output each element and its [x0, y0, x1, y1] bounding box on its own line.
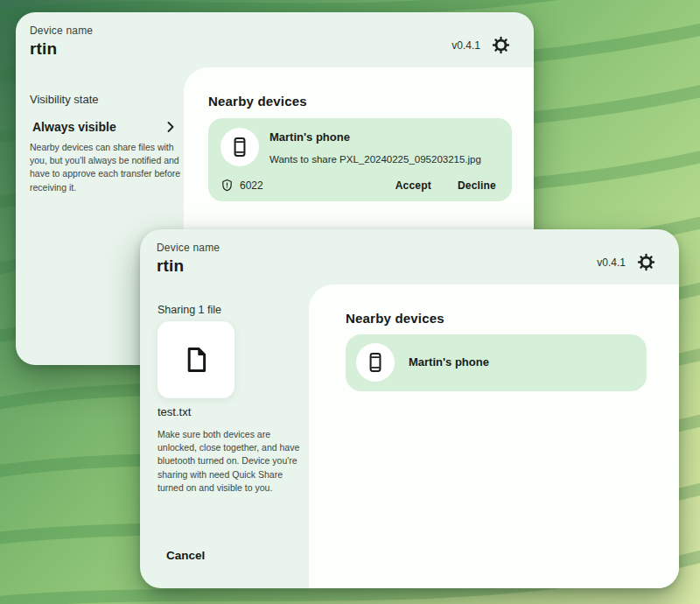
accept-button[interactable]: Accept — [396, 179, 431, 192]
pin-row: 6022 — [220, 179, 263, 192]
device-avatar — [356, 343, 395, 382]
decline-button[interactable]: Decline — [458, 179, 496, 192]
window2-nearby-panel: Nearby devices Martin's phone — [309, 284, 679, 588]
nearby-devices-title: Nearby devices — [346, 311, 444, 326]
chevron-right-icon — [167, 122, 174, 132]
sharing-instructions: Make sure both devices are unlocked, clo… — [158, 428, 306, 495]
visibility-description: Nearby devices can share files with you,… — [30, 141, 186, 194]
nearby-device-name: Martin's phone — [409, 355, 489, 369]
device-name-label: Device name — [30, 25, 93, 37]
file-name: test.txt — [158, 405, 191, 418]
device-name-value: rtin — [30, 39, 93, 59]
smartphone-icon — [364, 351, 387, 374]
settings-button[interactable] — [492, 36, 510, 54]
version-label: v0.4.1 — [452, 39, 480, 52]
smartphone-icon — [228, 136, 251, 158]
window1-version-row: v0.4.1 — [452, 36, 510, 54]
device-name-label: Device name — [157, 242, 220, 254]
window2-version-row: v0.4.1 — [597, 253, 655, 271]
window2-header: Device name rtin — [157, 242, 220, 276]
settings-button[interactable] — [637, 253, 655, 271]
document-icon — [181, 345, 211, 375]
sharing-status-label: Sharing 1 file — [158, 304, 221, 316]
visibility-selector[interactable]: Always visible — [32, 120, 174, 134]
share-request-card: Martin's phone Wants to share PXL_202402… — [208, 118, 512, 201]
nearby-device-item[interactable]: Martin's phone — [346, 334, 647, 391]
file-preview-tile — [158, 321, 234, 398]
window1-header: Device name rtin — [30, 25, 93, 59]
nearby-devices-title: Nearby devices — [208, 94, 307, 109]
device-name-value: rtin — [157, 256, 220, 276]
device-avatar — [220, 128, 259, 166]
gear-icon — [637, 253, 655, 271]
share-request-message: Wants to share PXL_20240225_095203215.jp… — [270, 154, 481, 165]
send-window: Device name rtin v0.4.1 Sharing 1 file — [140, 229, 679, 588]
pin-code: 6022 — [240, 179, 263, 192]
version-label: v0.4.1 — [597, 256, 626, 269]
cancel-button[interactable]: Cancel — [166, 549, 205, 562]
gear-icon — [492, 36, 510, 54]
sender-device-name: Martin's phone — [270, 130, 350, 144]
shield-icon — [220, 179, 234, 192]
request-actions: Accept Decline — [396, 179, 496, 192]
visibility-state-label: Visibility state — [30, 93, 99, 106]
visibility-value: Always visible — [32, 120, 116, 134]
